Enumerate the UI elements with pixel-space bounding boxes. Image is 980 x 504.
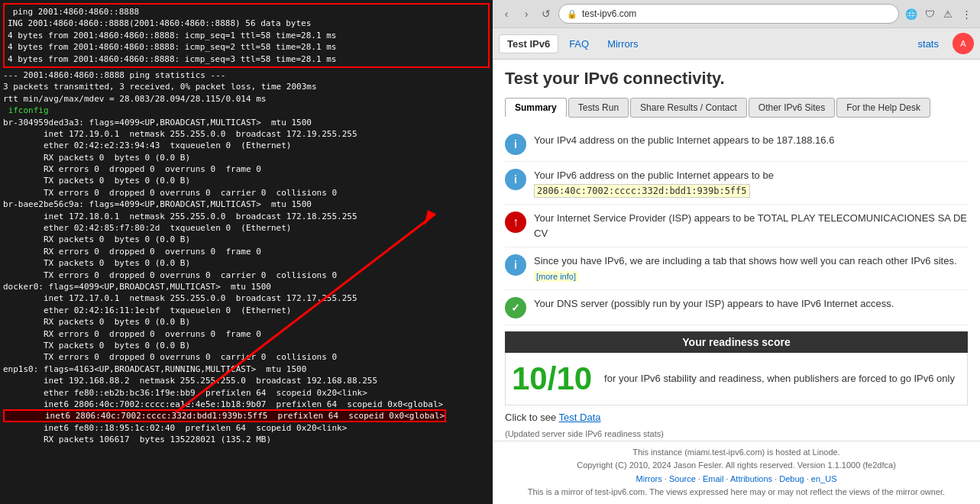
browser-panel: ‹ › ↺ 🔒 test-ipv6.com 🌐 🛡 ⚠ ⋮ Test IPv6 … <box>493 0 980 504</box>
readiness-section: Your readiness score 10/10 for your IPv6… <box>505 331 968 405</box>
translate-icon[interactable]: 🌐 <box>904 6 919 21</box>
terminal-panel: ping 2001:4860:4860::8888 ING 2001:4860:… <box>0 0 493 504</box>
info-ipv6: i Your IPv6 address on the public Intern… <box>505 162 968 205</box>
footer-links: Mirrors · Source · Email · Attributions … <box>505 473 968 486</box>
footer-copyright: Copyright (C) 2010, 2024 Jason Fesler. A… <box>505 459 968 473</box>
more-info-link[interactable]: [more info] <box>534 271 578 282</box>
ipv6-prefix-text: Your IPv6 address on the public Internet… <box>534 170 774 181</box>
footer-attributions-link[interactable]: Attributions <box>730 474 772 483</box>
readiness-header: Your readiness score <box>505 331 968 353</box>
translate-button[interactable]: A <box>953 33 974 54</box>
tab-other-sites[interactable]: Other IPv6 Sites <box>749 98 835 118</box>
address-text: test-ipv6.com <box>582 8 636 19</box>
info-text-tab: Since you have IPv6, we are including a … <box>534 254 968 283</box>
info-ipv6-tab: i Since you have IPv6, we are including … <box>505 247 968 290</box>
info-text-dns: Your DNS server (possibly run by your IS… <box>534 296 894 312</box>
footer-debug-link[interactable]: Debug <box>779 474 804 483</box>
info-text-ipv6: Your IPv6 address on the public Internet… <box>534 168 968 198</box>
info-text-isp: Your Internet Service Provider (ISP) app… <box>534 211 968 241</box>
nav-test-ipv6[interactable]: Test IPv6 <box>499 34 558 53</box>
terminal-content: ping 2001:4860:4860::8888 ING 2001:4860:… <box>0 0 493 504</box>
lock-icon: 🔒 <box>567 9 577 19</box>
page-title: Test your IPv6 connectivity. <box>505 69 968 89</box>
tab-tests-run[interactable]: Tests Run <box>568 98 629 118</box>
address-bar[interactable]: 🔒 test-ipv6.com <box>558 4 899 24</box>
test-data-prefix: Click to see <box>505 412 556 423</box>
updated-text: (Updated server side IPv6 readiness stat… <box>505 429 968 438</box>
tab-bar: Summary Tests Run Share Results / Contac… <box>505 98 968 118</box>
info-icon-tab: i <box>505 254 526 276</box>
site-nav: Test IPv6 FAQ Mirrors stats A <box>493 28 980 60</box>
readiness-body: 10/10 for your IPv6 stability and readin… <box>505 353 968 405</box>
tab-help-desk[interactable]: For the Help Desk <box>836 98 930 118</box>
ipv6-address: 2806:40c:7002:cccc:332d:bdd1:939b:5ff5 <box>534 184 750 198</box>
terminal-text: ping 2001:4860:4860::8888 ING 2001:4860:… <box>3 3 490 445</box>
readiness-score: 10/10 <box>512 360 592 397</box>
extension-icon2[interactable]: ⚠ <box>940 6 956 21</box>
info-icon-ipv4: i <box>505 134 526 155</box>
nav-mirrors[interactable]: Mirrors <box>600 35 645 53</box>
footer-locale-link[interactable]: en_US <box>811 474 837 483</box>
tab-summary[interactable]: Summary <box>505 98 567 118</box>
browser-chrome: ‹ › ↺ 🔒 test-ipv6.com 🌐 🛡 ⚠ ⋮ <box>493 0 980 28</box>
footer-hosted: This instance (miami.test-ipv6.com) is h… <box>505 446 968 460</box>
browser-icons: 🌐 🛡 ⚠ ⋮ <box>904 6 974 21</box>
info-dns: ✓ Your DNS server (possibly run by your … <box>505 290 968 325</box>
info-ipv4: i Your IPv4 address on the public Intern… <box>505 127 968 162</box>
info-icon-ipv6: i <box>505 169 526 190</box>
footer-mirrors-link[interactable]: Mirrors <box>636 474 662 483</box>
info-icon-isp: ↑ <box>505 212 526 233</box>
back-button[interactable]: ‹ <box>499 6 514 21</box>
info-icon-dns: ✓ <box>505 297 526 318</box>
nav-stats[interactable]: stats <box>910 35 946 53</box>
footer-email-link[interactable]: Email <box>703 474 724 483</box>
site-footer: This instance (miami.test-ipv6.com) is h… <box>493 441 980 504</box>
browser-toolbar: ‹ › ↺ 🔒 test-ipv6.com 🌐 🛡 ⚠ ⋮ <box>493 0 980 27</box>
refresh-button[interactable]: ↺ <box>539 6 554 21</box>
footer-mirror-notice: This is a mirror of test-ipv6.com. The v… <box>505 486 968 499</box>
menu-icon[interactable]: ⋮ <box>959 6 974 21</box>
footer-source-link[interactable]: Source <box>669 474 696 483</box>
nav-faq[interactable]: FAQ <box>561 35 597 53</box>
extension-icon1[interactable]: 🛡 <box>922 6 937 21</box>
info-isp: ↑ Your Internet Service Provider (ISP) a… <box>505 205 968 247</box>
test-data-link[interactable]: Test Data <box>559 412 601 423</box>
readiness-description: for your IPv6 stability and readiness, w… <box>604 371 955 386</box>
tab-share-results[interactable]: Share Results / Contact <box>630 98 747 118</box>
test-data-section: Click to see Test Data <box>505 405 968 429</box>
tab-prefix-text: Since you have IPv6, we are including a … <box>534 255 957 267</box>
forward-button[interactable]: › <box>519 6 534 21</box>
site-content: Test your IPv6 connectivity. Summary Tes… <box>493 60 980 441</box>
info-text-ipv4: Your IPv4 address on the public Internet… <box>534 133 834 148</box>
